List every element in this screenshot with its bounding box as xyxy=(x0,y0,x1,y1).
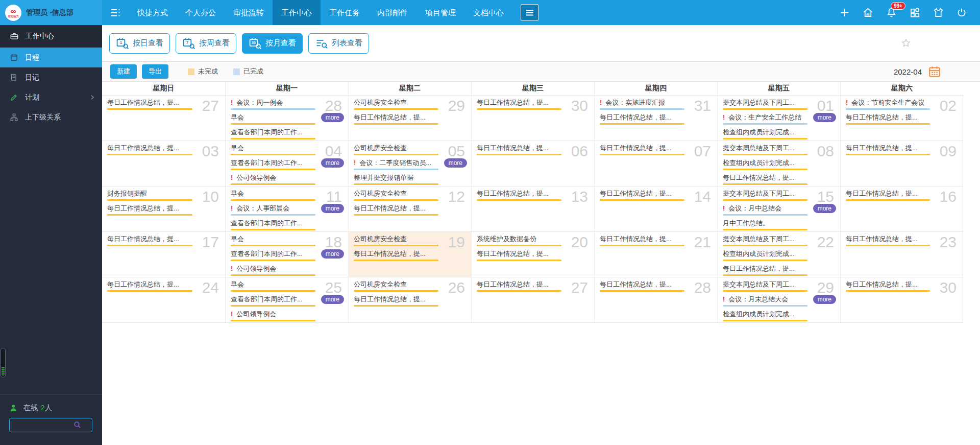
calendar-event[interactable]: 公司机房安全检查 xyxy=(354,99,438,110)
logout-power-icon[interactable] xyxy=(956,7,967,18)
more-modules-button[interactable] xyxy=(521,4,538,21)
day-cell-08[interactable]: 08提交本周总结及下周工...检查组内成员计划完成...每日工作情况总结，提..… xyxy=(717,141,840,186)
more-badge[interactable]: more xyxy=(813,113,836,122)
day-cell-27[interactable]: 27每日工作情况总结，提... xyxy=(102,96,225,140)
calendar-event[interactable]: 每日工作情况总结，提... xyxy=(354,250,438,261)
more-badge[interactable]: more xyxy=(813,204,836,213)
calendar-event[interactable]: !公司领导例会 xyxy=(231,310,315,321)
calendar-event[interactable]: 提交本周总结及下周工... xyxy=(723,99,807,110)
nav-item-personal-office[interactable]: 个人办公 xyxy=(177,0,225,25)
calendar-event[interactable]: 每日工作情况总结，提... xyxy=(107,144,192,155)
calendar-event[interactable]: 每日工作情况总结，提... xyxy=(723,265,807,276)
calendar-event[interactable]: 查看各部门本周的工作... xyxy=(231,295,315,307)
notifications-bell-icon[interactable]: 99+ xyxy=(886,7,897,18)
calendar-event[interactable]: 系统维护及数据备份 xyxy=(477,235,561,246)
sidebar-item-plan[interactable]: 计划 xyxy=(0,87,102,107)
calendar-event[interactable]: 检查组内成员计划完成... xyxy=(723,250,807,261)
calendar-event[interactable]: 每日工作情况总结，提... xyxy=(600,113,684,125)
day-cell-28[interactable]: 28每日工作情况总结，提... xyxy=(594,277,717,322)
day-cell-10[interactable]: 10财务报销提醒每日工作情况总结，提... xyxy=(102,186,225,231)
calendar-event[interactable]: !会议：月末总结大会 xyxy=(723,295,807,307)
calendar-event[interactable]: 早会 xyxy=(231,144,315,155)
tab-week-view[interactable]: 7按周查看 xyxy=(176,33,236,54)
calendar-event[interactable]: 整理并提交报销单据 xyxy=(354,174,438,185)
export-button[interactable]: 导出 xyxy=(142,64,168,79)
day-cell-22[interactable]: 22提交本周总结及下周工...检查组内成员计划完成...每日工作情况总结，提..… xyxy=(717,232,840,277)
day-cell-14[interactable]: 14每日工作情况总结，提... xyxy=(594,186,717,231)
calendar-event[interactable]: 早会 xyxy=(231,235,315,246)
calendar-event[interactable]: !会议：实施进度汇报 xyxy=(600,99,684,110)
tab-month-view[interactable]: 30按月查看 xyxy=(242,33,303,54)
month-picker-calendar-icon[interactable] xyxy=(928,65,941,78)
new-item-icon[interactable] xyxy=(839,7,850,18)
day-cell-17[interactable]: 17每日工作情况总结，提... xyxy=(102,232,225,277)
nav-item-work-tasks[interactable]: 工作任务 xyxy=(321,0,369,25)
new-button[interactable]: 新建 xyxy=(110,64,137,79)
calendar-event[interactable]: !会议：生产安全工作总结 xyxy=(723,113,807,125)
calendar-event[interactable]: !会议：节前安全生产会议 xyxy=(846,99,930,110)
more-badge[interactable]: more xyxy=(321,204,344,213)
calendar-event[interactable]: !会议：人事部晨会 xyxy=(231,204,315,216)
day-cell-19[interactable]: 19公司机房安全检查每日工作情况总结，提... xyxy=(348,232,471,277)
sidebar-item-hierarchy[interactable]: 上下级关系 xyxy=(0,107,102,127)
calendar-event[interactable]: !公司领导例会 xyxy=(231,265,315,276)
sidebar-resize-handle[interactable] xyxy=(1,348,6,378)
home-icon[interactable] xyxy=(862,7,874,18)
calendar-event[interactable]: 每日工作情况总结，提... xyxy=(600,235,684,246)
online-users-row[interactable]: 在线 2人 xyxy=(9,403,93,413)
calendar-event[interactable]: 查看各部门本周的工作... xyxy=(231,159,315,170)
day-cell-13[interactable]: 13每日工作情况总结，提... xyxy=(471,186,594,231)
app-logo[interactable]: ∞ 华天动力 xyxy=(5,5,21,21)
calendar-event[interactable]: 每日工作情况总结，提... xyxy=(354,295,438,307)
day-cell-04[interactable]: 04早会查看各部门本周的工作...!公司领导例会more xyxy=(225,141,348,186)
favorite-star-icon[interactable] xyxy=(901,38,911,48)
calendar-event[interactable]: 公司机房安全检查 xyxy=(354,144,438,155)
calendar-event[interactable]: 每日工作情况总结，提... xyxy=(723,174,807,185)
calendar-event[interactable]: !会议：周一例会 xyxy=(231,99,315,110)
calendar-event[interactable]: 查看各部门本周的工作... xyxy=(231,219,315,230)
calendar-event[interactable]: 每日工作情况总结，提... xyxy=(600,190,684,201)
calendar-event[interactable]: 检查组内成员计划完成... xyxy=(723,128,807,139)
search-icon[interactable] xyxy=(73,420,82,429)
day-cell-24[interactable]: 24每日工作情况总结，提... xyxy=(102,277,225,322)
day-cell-05[interactable]: 05公司机房安全检查!会议：二季度销售动员...整理并提交报销单据more xyxy=(348,141,471,186)
day-cell-31[interactable]: 31!会议：实施进度汇报每日工作情况总结，提... xyxy=(594,96,717,140)
day-cell-28[interactable]: 28!会议：周一例会早会查看各部门本周的工作...more xyxy=(225,96,348,140)
sidebar-item-diary[interactable]: 日记 xyxy=(0,67,102,87)
apps-grid-icon[interactable] xyxy=(909,7,921,18)
day-cell-25[interactable]: 25早会查看各部门本周的工作...!公司领导例会more xyxy=(225,277,348,322)
day-cell-09[interactable]: 09每日工作情况总结，提... xyxy=(840,141,963,186)
tab-list-view[interactable]: 列表查看 xyxy=(308,33,369,54)
calendar-event[interactable]: 公司机房安全检查 xyxy=(354,235,438,246)
calendar-event[interactable]: 每日工作情况总结，提... xyxy=(477,280,561,292)
day-cell-29[interactable]: 29提交本周总结及下周工...!会议：月末总结大会检查组内成员计划完成...mo… xyxy=(717,277,840,322)
sidebar-section-work-center[interactable]: 工作中心 xyxy=(0,25,102,48)
calendar-event[interactable]: 每日工作情况总结，提... xyxy=(846,113,930,125)
calendar-event[interactable]: 提交本周总结及下周工... xyxy=(723,280,807,292)
day-cell-07[interactable]: 07每日工作情况总结，提... xyxy=(594,141,717,186)
day-cell-20[interactable]: 20系统维护及数据备份每日工作情况总结，提... xyxy=(471,232,594,277)
calendar-event[interactable]: 每日工作情况总结，提... xyxy=(846,280,930,292)
day-cell-06[interactable]: 06每日工作情况总结，提... xyxy=(471,141,594,186)
calendar-event[interactable]: 每日工作情况总结，提... xyxy=(477,144,561,155)
calendar-event[interactable]: 早会 xyxy=(231,190,315,201)
more-badge[interactable]: more xyxy=(321,113,344,122)
more-badge[interactable]: more xyxy=(321,295,344,304)
calendar-event[interactable]: 早会 xyxy=(231,113,315,125)
nav-item-shortcuts[interactable]: 快捷方式 xyxy=(129,0,177,25)
calendar-event[interactable]: 每日工作情况总结，提... xyxy=(477,190,561,201)
calendar-event[interactable]: 早会 xyxy=(231,280,315,292)
calendar-event[interactable]: 提交本周总结及下周工... xyxy=(723,190,807,201)
more-badge[interactable]: more xyxy=(813,295,836,304)
calendar-event[interactable]: 财务报销提醒 xyxy=(107,190,192,201)
calendar-event[interactable]: 公司机房安全检查 xyxy=(354,280,438,292)
user-label[interactable]: 管理员 -信息部 xyxy=(26,8,74,17)
day-cell-30[interactable]: 30每日工作情况总结，提... xyxy=(471,96,594,140)
tab-day-view[interactable]: 1按日查看 xyxy=(109,33,170,54)
more-badge[interactable]: more xyxy=(321,249,344,259)
day-cell-12[interactable]: 12公司机房安全检查每日工作情况总结，提... xyxy=(348,186,471,231)
day-cell-18[interactable]: 18早会查看各部门本周的工作...!公司领导例会more xyxy=(225,232,348,277)
calendar-event[interactable]: 每日工作情况总结，提... xyxy=(107,235,192,246)
nav-item-project-management[interactable]: 项目管理 xyxy=(416,0,464,25)
calendar-event[interactable]: 查看各部门本周的工作... xyxy=(231,250,315,261)
